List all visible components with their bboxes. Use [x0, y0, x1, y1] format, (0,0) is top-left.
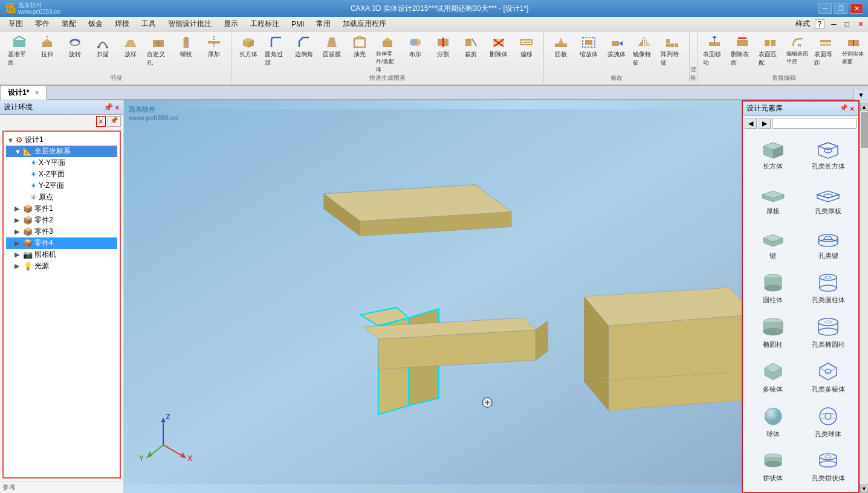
- tab-design1[interactable]: 设计1* ×: [0, 85, 47, 100]
- element-hole-ellip-cyl[interactable]: 孔类椭圆柱: [802, 312, 855, 355]
- element-prism[interactable]: 多棱体: [747, 357, 800, 399]
- svg-point-135: [825, 413, 831, 419]
- tree-item-part2[interactable]: ▶ 📦 零件2: [6, 214, 117, 226]
- tb-base-plane[interactable]: 基准平面: [6, 34, 33, 68]
- win-close-icon[interactable]: ✕: [856, 20, 866, 28]
- element-hole-cylinder[interactable]: 孔类圆柱体: [802, 268, 855, 310]
- element-key[interactable]: 键: [747, 224, 800, 266]
- minimize-button[interactable]: ─: [818, 3, 832, 14]
- tb-box[interactable]: 长方体: [235, 34, 262, 60]
- win-min-icon[interactable]: ─: [829, 20, 838, 28]
- tb-mirror-feature[interactable]: 镜像特征: [631, 34, 658, 68]
- tb-extrude-part[interactable]: 拉伸零件/装配体: [374, 34, 401, 75]
- nav-path-input[interactable]: [772, 118, 857, 129]
- menu-welding[interactable]: 焊接: [109, 17, 135, 31]
- menu-display[interactable]: 显示: [218, 17, 244, 31]
- left-panel-close-icon[interactable]: ×: [115, 103, 120, 112]
- tree-pin-button[interactable]: 📌: [108, 116, 121, 127]
- tb-offset[interactable]: 偏移: [513, 34, 540, 60]
- tb-fillet[interactable]: 圆角过渡: [263, 34, 290, 68]
- menu-pmi[interactable]: PMI: [285, 17, 310, 31]
- tb-thread[interactable]: 螺纹: [173, 34, 199, 60]
- menu-sheetmetal[interactable]: 钣金: [82, 17, 109, 31]
- help-icon[interactable]: ?: [815, 19, 825, 29]
- tree-item-design1[interactable]: ▼ ⚙ 设计1: [6, 134, 117, 146]
- tb-pattern-feature[interactable]: 阵列特征: [659, 34, 685, 68]
- nav-forward-button[interactable]: ▶: [759, 118, 771, 129]
- pin-icon[interactable]: 📌: [103, 103, 113, 112]
- element-hole-sphere[interactable]: 孔类球体: [802, 402, 855, 444]
- tree-item-light[interactable]: ▶ 💡 光源: [6, 260, 117, 272]
- element-ellip-cyl[interactable]: 椭圆柱: [747, 312, 800, 355]
- tb-rib[interactable]: 筋板: [548, 34, 574, 60]
- tb-edit-surface-radius[interactable]: R 编辑表面半径: [785, 34, 811, 67]
- menu-part[interactable]: 零件: [29, 17, 56, 31]
- tb-delete-body[interactable]: 删除体: [485, 34, 512, 60]
- tb-custom-hole[interactable]: 自定义孔: [145, 34, 172, 68]
- tree-item-part3[interactable]: ▶ 📦 零件3: [6, 226, 117, 237]
- tb-shell[interactable]: 抽壳: [346, 34, 373, 60]
- box-icon: [241, 35, 256, 50]
- svg-point-11: [156, 41, 161, 46]
- scroll-up-button[interactable]: ▲: [860, 103, 869, 111]
- group-label-direct-edit: 直接编辑: [698, 74, 868, 82]
- nav-back-button[interactable]: ◀: [745, 118, 757, 129]
- tb-rotate[interactable]: 旋转: [62, 34, 88, 60]
- tree-close-button[interactable]: ×: [96, 116, 106, 127]
- right-panel-wrapper: 设计元素库 📌 × ◀ ▶ 长方体: [742, 100, 868, 493]
- tb-extrude[interactable]: 拉伸: [34, 34, 60, 60]
- tb-delete-surface[interactable]: 删除表面: [729, 34, 756, 68]
- tree-item-camera[interactable]: ▶ 📷 照相机: [6, 249, 117, 260]
- element-disc[interactable]: 饼状体: [747, 446, 800, 488]
- menu-load-app[interactable]: 加载应用程序: [337, 17, 392, 31]
- menu-sketch[interactable]: 草图: [2, 17, 29, 31]
- element-hole-prism[interactable]: 孔类多棱体: [802, 357, 855, 399]
- tb-chamfer[interactable]: 边倒角: [291, 34, 317, 60]
- tb-surface-equal[interactable]: 表面等距: [812, 34, 839, 68]
- menu-smart-design[interactable]: 智能设计批注: [162, 17, 218, 31]
- tb-surface-move[interactable]: 表面移动: [701, 34, 728, 68]
- close-button[interactable]: ✕: [850, 3, 863, 14]
- svg-rect-44: [666, 39, 670, 43]
- menu-common[interactable]: 常用: [310, 17, 337, 31]
- win-max-icon[interactable]: □: [843, 20, 851, 28]
- scroll-thumb[interactable]: [861, 112, 868, 148]
- element-hole-slab[interactable]: 孔类厚板: [802, 179, 855, 221]
- tb-loft[interactable]: 放样: [117, 34, 144, 60]
- tree-item-origin[interactable]: ✳ 原点: [6, 192, 117, 203]
- right-scrollbar[interactable]: ▲ ▼: [860, 103, 868, 493]
- tree-item-yz[interactable]: ✦ Y-Z平面: [6, 180, 117, 192]
- tb-scale-body[interactable]: 缩放体: [575, 34, 602, 60]
- tb-drag-body[interactable]: 拨拽体: [603, 34, 630, 60]
- tree-item-part4[interactable]: ▶ 📦 零件4: [6, 237, 117, 249]
- element-hole-box[interactable]: 孔类长方体: [802, 134, 855, 176]
- tb-split[interactable]: 分割: [430, 34, 456, 60]
- tb-boolean[interactable]: 布尔: [402, 34, 429, 60]
- tb-draft[interactable]: 面拔模: [319, 34, 345, 60]
- tb-split-surface[interactable]: 分割实体表面: [840, 34, 867, 67]
- tree-item-xz[interactable]: ✦ X-Z平面: [6, 169, 117, 180]
- tree-item-coord[interactable]: ▼ 📐 全层坐标系: [6, 146, 117, 157]
- restore-button[interactable]: ❐: [834, 3, 847, 14]
- element-sphere[interactable]: 球体: [747, 402, 800, 444]
- panel-dropdown-button[interactable]: ▼: [853, 90, 868, 100]
- element-hole-disc[interactable]: 孔类饼状体: [802, 446, 855, 488]
- tb-trim[interactable]: 裁剪: [458, 34, 484, 60]
- element-slab[interactable]: 厚板: [747, 179, 800, 221]
- tb-surface-match[interactable]: 表面匹配: [757, 34, 783, 68]
- tb-thicken[interactable]: 厚加: [201, 34, 227, 60]
- menu-tools[interactable]: 工具: [135, 17, 162, 31]
- tree-item-xy[interactable]: ✦ X-Y平面: [6, 157, 117, 169]
- right-panel-close-icon[interactable]: ×: [850, 104, 855, 114]
- element-hole-key[interactable]: 孔类键: [802, 224, 855, 266]
- menu-drawing[interactable]: 工程标注: [244, 17, 285, 31]
- tab-close-icon[interactable]: ×: [35, 89, 39, 96]
- element-box[interactable]: 长方体: [747, 134, 800, 176]
- menu-assembly[interactable]: 装配: [56, 17, 82, 31]
- tb-scan[interactable]: 扫描: [89, 34, 116, 60]
- right-panel-pin-icon[interactable]: 📌: [840, 104, 848, 114]
- scroll-down-button[interactable]: ▼: [860, 485, 869, 493]
- tree-item-part1[interactable]: ▶ 📦 零件1: [6, 203, 117, 214]
- element-cylinder[interactable]: 圆柱体: [747, 268, 800, 310]
- viewport[interactable]: 迅东软件www.pc0359.cn: [124, 100, 742, 493]
